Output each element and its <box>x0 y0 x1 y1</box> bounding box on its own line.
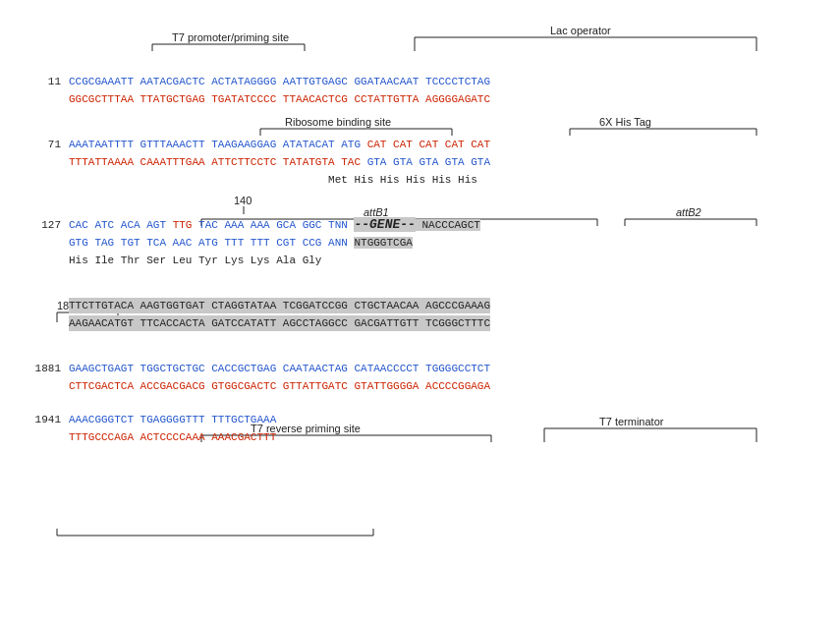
line-num-1881: 1881 <box>29 361 69 376</box>
seq-block-127: 127 CAC ATC ACA AGT TTG TAC AAA AAA GCA … <box>29 217 811 268</box>
seq-row-1941-top: 1941 AAACGGGTCT TGAGGGGTTT TTTGCTGAAA <box>29 412 811 427</box>
seq-block-71: 71 AAATAATTTT GTTTAAACTT TAAGAAGGAG ATAT… <box>29 137 811 188</box>
ribosome-label: Ribosome binding site <box>285 116 391 128</box>
main-container: T7 promoter/priming site Lac operator Ri… <box>0 0 840 482</box>
seq-row-1823-bottom: AAGAACATGT TTCACCACTA GATCCATATT AGCCTAG… <box>29 315 811 331</box>
seq-block-1881: 1881 GAAGCTGAGT TGGCTGCTGC CACCGCTGAG CA… <box>29 361 811 394</box>
seq-row-127-aa: His Ile Thr Ser Leu Tyr Lys Lys Ala Gly <box>29 253 811 268</box>
seq-1941-bottom: TTTGCCCAGA ACTCCCCAAA AAACGACTTT <box>69 429 276 445</box>
t7-promoter-label: T7 promoter/priming site <box>172 31 289 43</box>
seq-block-1941: 1941 AAACGGGTCT TGAGGGGTTT TTTGCTGAAA TT… <box>29 412 811 445</box>
seq-1881-bottom: CTTCGACTCA ACCGACGACG GTGGCGACTC GTTATTG… <box>69 378 490 394</box>
seq-row-127-bottom: GTG TAG TGT TCA AAC ATG TTT TTT CGT CCG … <box>29 235 811 251</box>
seq-row-1823-top: TTCTTGTACA AAGTGGTGAT CTAGGTATAA TCGGATC… <box>29 298 811 313</box>
seq-1881-top: GAAGCTGAGT TGGCTGCTGC CACCGCTGAG CAATAAC… <box>69 361 490 376</box>
seq-row-11-top: 11 CCGCGAAATT AATACGACTC ACTATAGGGG AATT… <box>29 74 811 89</box>
line-num-11: 11 <box>29 74 69 89</box>
seq-11-top: CCGCGAAATT AATACGACTC ACTATAGGGG AATTGTG… <box>69 74 490 89</box>
line-num-127: 127 <box>29 217 69 233</box>
seq-block-1823: TTCTTGTACA AAGTGGTGAT CTAGGTATAA TCGGATC… <box>29 298 811 331</box>
seq-11-bottom: GGCGCTTTAA TTATGCTGAG TGATATCCCC TTAACAC… <box>69 91 490 107</box>
seq-row-11-bottom: GGCGCTTTAA TTATGCTGAG TGATATCCCC TTAACAC… <box>29 91 811 107</box>
seq-127-aa: His Ile Thr Ser Leu Tyr Lys Lys Ala Gly <box>69 253 321 268</box>
seq-71-top: AAATAATTTT GTTTAAACTT TAAGAAGGAG ATATACA… <box>69 137 490 152</box>
seq-row-1881-top: 1881 GAAGCTGAGT TGGCTGCTGC CACCGCTGAG CA… <box>29 361 811 376</box>
seq-block-11: 11 CCGCGAAATT AATACGACTC ACTATAGGGG AATT… <box>29 74 811 107</box>
seq-1823-bottom: AAGAACATGT TTCACCACTA GATCCATATT AGCCTAG… <box>69 315 490 331</box>
seq-71-aa: Met His His His His His <box>69 172 477 188</box>
seq-row-1941-bottom: TTTGCCCAGA ACTCCCCAAA AAACGACTTT <box>29 429 811 445</box>
pos-140-label: 140 <box>234 195 252 206</box>
line-num-1941: 1941 <box>29 412 69 427</box>
seq-row-71-top: 71 AAATAATTTT GTTTAAACTT TAAGAAGGAG ATAT… <box>29 137 811 152</box>
seq-127-bottom: GTG TAG TGT TCA AAC ATG TTT TTT CGT CCG … <box>69 235 413 251</box>
seq-71-bottom: TTTATTAAAA CAAATTTGAA ATTCTTCCTC TATATGT… <box>69 154 490 170</box>
seq-row-127-top: 127 CAC ATC ACA AGT TTG TAC AAA AAA GCA … <box>29 217 811 233</box>
his-tag-label: 6X His Tag <box>599 116 651 128</box>
seq-1941-top: AAACGGGTCT TGAGGGGTTT TTTGCTGAAA <box>69 412 276 427</box>
seq-row-71-aa: Met His His His His His <box>29 172 811 188</box>
lac-operator-label: Lac operator <box>550 25 611 36</box>
seq-127-top: CAC ATC ACA AGT TTG TAC AAA AAA GCA GGC … <box>69 217 480 233</box>
seq-row-71-bottom: TTTATTAAAA CAAATTTGAA ATTCTTCCTC TATATGT… <box>29 154 811 170</box>
seq-1823-top: TTCTTGTACA AAGTGGTGAT CTAGGTATAA TCGGATC… <box>69 298 490 313</box>
line-num-71: 71 <box>29 137 69 152</box>
seq-row-1881-bottom: CTTCGACTCA ACCGACGACG GTGGCGACTC GTTATTG… <box>29 378 811 394</box>
